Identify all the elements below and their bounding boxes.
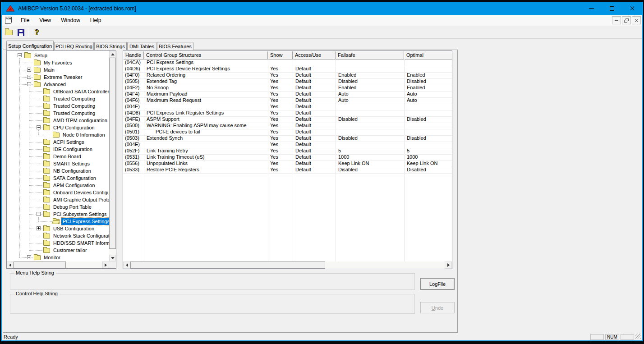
tree-item[interactable]: ACPI Settings [7,138,109,146]
tree-item-label[interactable]: Monitor [42,254,62,261]
table-row[interactable]: (04D8)PCI Express Link Register Settings… [123,110,452,116]
scroll-left-button[interactable] [123,261,130,269]
tree-item[interactable]: APM Configuration [7,182,109,189]
tree-item-label[interactable]: Main [42,66,56,73]
tree-item[interactable]: Monitor [7,254,109,261]
tree-item[interactable]: HDD/SSD SMART Informa [7,239,109,247]
collapse-minus-icon[interactable] [27,82,31,86]
menu-help[interactable]: Help [85,15,106,26]
mdi-close-button[interactable] [632,16,641,24]
table-row[interactable]: (0556)Unpopulated LinksYesDefaultKeep Li… [123,161,452,167]
undo-button[interactable]: Undo [420,302,455,313]
column-header[interactable]: Handle [123,51,144,60]
menu-file[interactable]: File [16,15,34,26]
tree-item-label[interactable]: SATA Configuration [52,174,97,182]
table-row[interactable]: (0503)Extended SynchYesDefaultDisabledDi… [123,135,452,142]
tab-bios-features[interactable]: BIOS Features [157,42,193,50]
collapse-minus-icon[interactable] [18,53,22,57]
table-row[interactable]: (04F2)No SnoopYesDefaultEnabledEnabled [123,85,452,91]
rom-document-icon[interactable]: ROM [5,17,12,24]
help-button[interactable]: ? [32,28,42,38]
column-header[interactable]: Control Group Structures [144,51,268,60]
mdi-restore-button[interactable] [622,16,631,24]
tree-item[interactable]: AMI Graphic Output Protoc [7,196,109,203]
expand-plus-icon[interactable] [37,226,41,230]
tree-item-label[interactable]: USB Configuration [52,225,96,232]
tree-item-label[interactable]: Network Stack Configurati [52,232,109,239]
expand-plus-icon[interactable] [27,255,31,259]
tree-item-label[interactable]: Trusted Computing [52,102,97,110]
tree-item[interactable]: PCI Subsystem Settings [7,211,109,218]
tree-item[interactable]: Demo Board [7,153,109,160]
tree-item-label[interactable]: Onboard Devices Configur [52,189,109,196]
table-row[interactable]: (0500)WARNING: Enabling ASPM may cause s… [123,123,452,129]
tree-item[interactable]: Debug Port Table [7,203,109,211]
maximize-button[interactable] [602,2,622,15]
tree-item-label[interactable]: Demo Board [52,153,83,160]
title-bar[interactable]: AMIBCP Version 5.02.0034 - [extracted bi… [2,2,642,15]
tree-item[interactable]: Network Stack Configurati [7,232,109,239]
tree-item-label[interactable]: IDE Configuration [52,146,94,153]
table-row[interactable]: (04F0)Relaxed OrderingYesDefaultEnabledE… [123,72,452,78]
tree-item-label[interactable]: Debug Port Table [52,203,93,211]
tree-item-label[interactable]: Extreme Tweaker [42,73,83,81]
table-row[interactable]: (004E)YesDefault [123,142,452,148]
column-header[interactable]: Access/Use [293,51,336,60]
tree-item[interactable]: Node 0 Information [7,131,109,138]
save-file-button[interactable] [15,28,26,38]
tab-setup-configuration[interactable]: Setup Configuration [6,41,54,50]
tree-item-label[interactable]: Node 0 Information [61,131,106,138]
tree-item-label[interactable]: Trusted Computing [52,95,97,102]
column-header[interactable]: Show [268,51,293,60]
tree-item[interactable]: SATA Configuration [7,174,109,182]
scroll-left-button[interactable] [7,261,14,268]
tab-pci-irq-routing[interactable]: PCI IRQ Routing [54,42,94,50]
tree-item[interactable]: Extreme Tweaker [7,73,109,81]
tree-item-label[interactable]: Trusted Computing [52,110,97,117]
open-file-button[interactable] [3,28,14,38]
tab-dmi-tables[interactable]: DMI Tables [127,42,156,50]
tree-item[interactable]: OffBoard SATA Controller ( [7,88,109,95]
tree-item[interactable]: SMART Settings [7,160,109,167]
tree-item-label[interactable]: OffBoard SATA Controller ( [52,88,109,95]
mdi-minimize-button[interactable] [612,16,621,24]
tree-item[interactable]: USB Configuration [7,225,109,232]
tree-item[interactable]: Onboard Devices Configur [7,189,109,196]
table-row[interactable]: (0505)Extended TagYesDefaultDisabledDisa… [123,78,452,85]
logfile-button[interactable]: LogFile [420,278,455,290]
expand-plus-icon[interactable] [27,75,31,79]
menu-view[interactable]: View [34,15,56,26]
tree-item[interactable]: Customer tailor [7,247,109,254]
tree-item-label[interactable]: PCI Subsystem Settings [52,211,108,218]
grid-horizontal-scrollbar[interactable] [123,261,452,269]
tree-vscroll-thumb[interactable] [109,58,116,249]
tree-item-label[interactable]: AMI Graphic Output Protoc [52,196,109,203]
tree-horizontal-scrollbar[interactable] [7,261,109,268]
table-row[interactable]: (04F6)Maximum Read RequestYesDefaultAuto… [123,97,452,104]
tree-item-label[interactable]: HDD/SSD SMART Informa [52,239,109,247]
tree-item[interactable]: AMD fTPM configuration [7,117,109,124]
tree-item[interactable]: PCI Express Settings [7,218,109,225]
tree-item[interactable]: IDE Configuration [7,146,109,153]
table-row[interactable]: (04D6)PCI Express Device Register Settin… [123,66,452,72]
column-header[interactable]: Optimal [404,51,452,60]
tree-item[interactable]: CPU Configuration [7,124,109,131]
tree-item-label[interactable]: APM Configuration [52,182,96,189]
table-row[interactable]: (0501)PCI-E devices to failYesDefault [123,129,452,135]
close-button[interactable] [622,2,642,15]
table-row[interactable]: (04FE)ASPM SupportYesDefaultDisabledDisa… [123,116,452,123]
tree-hscroll-thumb[interactable] [14,261,66,268]
tree-item[interactable]: My Favorites [7,59,109,66]
tree-item[interactable]: Setup [7,52,109,59]
collapse-minus-icon[interactable] [37,125,41,129]
expand-plus-icon[interactable] [27,68,31,72]
tree-item[interactable]: Trusted Computing [7,102,109,110]
scroll-right-button[interactable] [102,261,109,268]
tree-item-label[interactable]: NB Configuration [52,167,92,174]
tree-item[interactable]: Main [7,66,109,73]
tree-item-label[interactable]: Customer tailor [52,247,88,254]
resize-grip[interactable] [635,334,641,339]
tree-item-label[interactable]: ACPI Settings [52,138,85,146]
tree-item[interactable]: Trusted Computing [7,110,109,117]
table-row[interactable]: (04CA)PCI Express Settings [123,60,452,66]
